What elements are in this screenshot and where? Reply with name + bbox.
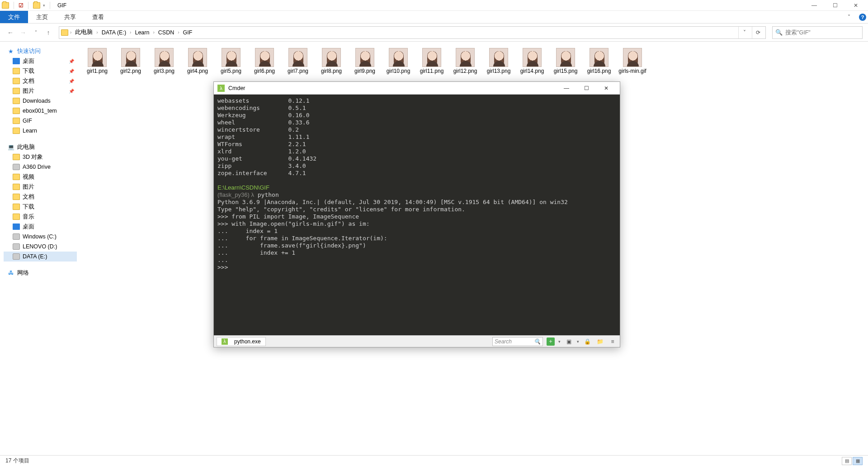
cmder-status-bar: λ python.exe Search 🔍 ＋ ▾ ▣ ▾ 🔒 📁 ≡ <box>214 335 620 347</box>
chevron-down-icon[interactable]: ▾ <box>577 339 579 344</box>
maximize-button[interactable]: ☐ <box>825 0 845 11</box>
sidebar-item[interactable]: ebox001_tem <box>4 106 77 116</box>
tab-home[interactable]: 主页 <box>28 11 56 23</box>
sidebar-item[interactable]: GIF <box>4 116 77 126</box>
sidebar-item[interactable]: DATA (E:) <box>4 252 77 262</box>
chevron-right-icon[interactable]: › <box>96 30 98 35</box>
sidebar-item[interactable]: Windows (C:) <box>4 232 77 242</box>
search-input[interactable] <box>785 29 859 36</box>
nav-up-button[interactable]: ↑ <box>43 28 53 38</box>
crumb-drive[interactable]: DATA (E:) <box>100 29 128 37</box>
file-item[interactable]: girl16.png <box>582 48 616 74</box>
folder-icon <box>13 78 20 84</box>
sidebar-this-pc[interactable]: 💻 此电脑 <box>4 142 77 152</box>
sidebar-item[interactable]: 下载📌 <box>4 66 77 76</box>
search-icon: 🔍 <box>534 338 541 345</box>
sidebar-quick-access[interactable]: ★ 快速访问 <box>4 46 77 56</box>
cmder-search-input[interactable]: Search 🔍 <box>492 337 543 346</box>
cmder-window[interactable]: λ Cmder — ☐ ✕ webassets 0.12.1 webencodi… <box>213 81 620 347</box>
sidebar-item[interactable]: 音乐 <box>4 212 77 222</box>
nav-forward-button[interactable]: → <box>18 28 28 38</box>
sidebar-item[interactable]: 桌面 <box>4 222 77 232</box>
navigation-pane: ★ 快速访问 桌面📌下载📌文档📌图片📌Downloadsebox001_temG… <box>0 42 77 455</box>
file-item[interactable]: girl3.png <box>147 48 181 74</box>
file-name: girl3.png <box>153 67 175 74</box>
crumb-gif[interactable]: GIF <box>181 29 194 37</box>
sidebar-item[interactable]: 桌面📌 <box>4 56 77 66</box>
chevron-right-icon[interactable]: › <box>153 30 154 35</box>
close-button[interactable]: ✕ <box>845 0 866 11</box>
file-item[interactable]: girl5.png <box>214 48 248 74</box>
file-item[interactable]: girl6.png <box>248 48 281 74</box>
sidebar-item-label: 文档 <box>23 193 34 201</box>
file-item[interactable]: girl11.png <box>415 48 448 74</box>
file-item[interactable]: girl7.png <box>281 48 315 74</box>
tab-share[interactable]: 共享 <box>56 11 84 23</box>
nav-recent-chevron-down-icon[interactable]: ˅ <box>31 28 41 38</box>
cmder-close-button[interactable]: ✕ <box>596 82 616 95</box>
file-name: girl16.png <box>587 67 612 74</box>
file-item[interactable]: girl13.png <box>482 48 515 74</box>
cmder-maximize-button[interactable]: ☐ <box>576 82 596 95</box>
sidebar-network[interactable]: 🖧 网络 <box>4 268 77 278</box>
view-details-button[interactable]: ▤ <box>842 457 852 465</box>
file-name: girl9.png <box>354 67 376 74</box>
file-item[interactable]: girl15.png <box>549 48 582 74</box>
cmder-menu-icon[interactable]: ≡ <box>608 337 617 346</box>
address-dropdown-button[interactable]: ˅ <box>738 27 750 38</box>
crumb-csdn[interactable]: CSDN <box>156 29 176 37</box>
file-item[interactable]: girl4.png <box>181 48 214 74</box>
view-icons-button[interactable]: ▦ <box>853 457 863 465</box>
minimize-button[interactable]: — <box>804 0 825 11</box>
file-item[interactable]: girl8.png <box>315 48 348 74</box>
cmder-window-list-icon[interactable]: ▣ <box>564 337 573 346</box>
tab-view[interactable]: 查看 <box>84 11 112 23</box>
sidebar-item[interactable]: A360 Drive <box>4 162 77 172</box>
cmder-titlebar[interactable]: λ Cmder — ☐ ✕ <box>214 82 620 95</box>
sidebar-item[interactable]: 文档📌 <box>4 76 77 86</box>
sidebar-item[interactable]: 下载 <box>4 202 77 212</box>
sidebar-item[interactable]: Learn <box>4 126 77 136</box>
sidebar-item[interactable]: 文档 <box>4 192 77 202</box>
cmder-terminal[interactable]: webassets 0.12.1 webencodings 0.5.1 Werk… <box>214 95 620 335</box>
cmder-new-tab-button[interactable]: ＋ <box>547 338 555 346</box>
sidebar-item[interactable]: LENOVO (D:) <box>4 242 77 252</box>
file-item[interactable]: girl9.png <box>348 48 382 74</box>
tab-file[interactable]: 文件 <box>0 11 28 23</box>
cmder-folder-icon[interactable]: 📁 <box>595 337 604 346</box>
crumb-learn[interactable]: Learn <box>133 29 151 37</box>
help-button[interactable]: ? <box>857 11 868 23</box>
cmder-lock-icon[interactable]: 🔒 <box>583 337 592 346</box>
qat-folder-icon[interactable] <box>33 2 40 9</box>
chevron-down-icon[interactable]: ▾ <box>558 339 561 344</box>
search-box[interactable]: 🔍 <box>772 26 863 39</box>
file-item[interactable]: girls-min.gif <box>616 48 649 74</box>
disk-icon <box>13 243 20 250</box>
sidebar-item[interactable]: Downloads <box>4 96 77 106</box>
sidebar-item[interactable]: 3D 对象 <box>4 152 77 162</box>
refresh-button[interactable]: ⟳ <box>752 27 764 38</box>
file-item[interactable]: girl14.png <box>515 48 549 74</box>
file-item[interactable]: girl2.png <box>114 48 147 74</box>
sidebar-item[interactable]: 图片 <box>4 182 77 192</box>
file-thumbnail <box>255 48 274 67</box>
file-item[interactable]: girl12.png <box>448 48 482 74</box>
cmder-minimize-button[interactable]: — <box>557 82 576 95</box>
nav-back-button[interactable]: ← <box>5 28 15 38</box>
chevron-right-icon[interactable]: › <box>178 30 179 35</box>
sidebar-item[interactable]: 图片📌 <box>4 86 77 96</box>
file-item[interactable]: girl1.png <box>80 48 114 74</box>
chevron-right-icon[interactable]: › <box>130 30 131 35</box>
crumb-this-pc[interactable]: 此电脑 <box>73 28 94 37</box>
pin-icon: 📌 <box>69 59 74 64</box>
address-bar[interactable]: › 此电脑 › DATA (E:) › Learn › CSDN › GIF ˅… <box>59 26 766 39</box>
file-name: girl7.png <box>287 67 309 74</box>
file-item[interactable]: girl10.png <box>382 48 415 74</box>
qat-checkbox-icon[interactable]: ☑ <box>19 2 24 9</box>
cmder-tab[interactable]: λ python.exe <box>217 337 266 346</box>
chevron-right-icon[interactable]: › <box>70 30 71 35</box>
file-name: girl2.png <box>120 67 142 74</box>
sidebar-item[interactable]: 视频 <box>4 172 77 182</box>
ribbon-expand-button[interactable]: ˅ <box>841 11 857 23</box>
qat-chevron-down-icon[interactable]: ▾ <box>43 3 45 8</box>
